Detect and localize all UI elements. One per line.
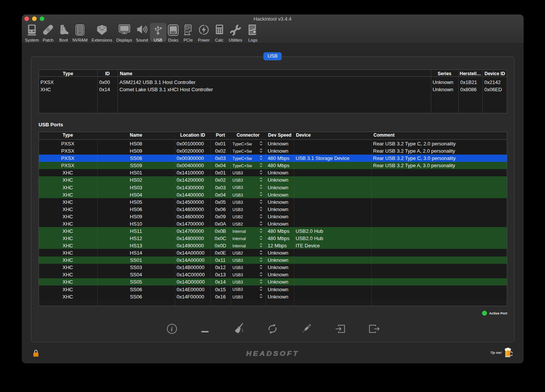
svg-text:i: i — [171, 326, 173, 333]
